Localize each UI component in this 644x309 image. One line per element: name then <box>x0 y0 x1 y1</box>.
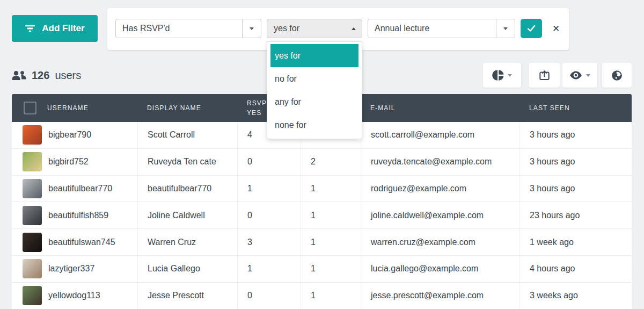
header-last-seen: LAST SEEN <box>519 94 632 122</box>
filter-operator-value: yes for <box>267 19 346 38</box>
table-row[interactable]: beautifulfish859 Joline Caldwell 0 1 jol… <box>12 202 632 229</box>
username-cell: yellowdog113 <box>12 283 137 309</box>
username-text: beautifulfish859 <box>48 211 108 220</box>
display-name-cell: beautifulbear770 <box>137 176 237 202</box>
avatar <box>23 152 42 171</box>
rsvp-yes-cell: 0 <box>237 202 301 228</box>
rsvp-yes-cell: 0 <box>237 283 301 309</box>
chart-menu-button[interactable] <box>483 63 521 88</box>
dropdown-option[interactable]: none for <box>270 113 358 136</box>
eye-icon <box>569 71 582 80</box>
display-name-cell: Joline Caldwell <box>137 202 237 228</box>
avatar <box>23 259 42 278</box>
visibility-menu-button[interactable] <box>562 63 597 88</box>
remove-filter-button[interactable]: ✕ <box>546 19 566 38</box>
rsvp-yes-cell: 0 <box>237 149 301 175</box>
avatar <box>23 179 42 198</box>
username-text: beautifulbear770 <box>48 184 112 193</box>
avatar <box>23 286 42 305</box>
dropdown-option-label: none for <box>275 120 306 130</box>
table-row[interactable]: beautifulbear770 beautifulbear770 1 1 ro… <box>12 176 632 203</box>
filter-value-value: Annual lecture <box>368 19 496 38</box>
last-seen-cell: 1 week ago <box>519 229 632 255</box>
email-text: jesse.prescott@example.com <box>371 291 484 300</box>
user-count-label: users <box>55 69 81 82</box>
email-cell: lucia.gallego@example.com <box>361 256 519 282</box>
dropdown-option[interactable]: any for <box>270 90 358 113</box>
display-name-text: Scott Carroll <box>148 130 195 140</box>
table-body: bigbear790 Scott Carroll 4 2 scott.carro… <box>12 122 632 309</box>
email-text: joline.caldwell@example.com <box>371 211 484 220</box>
display-name-text: beautifulbear770 <box>148 184 211 193</box>
last-seen-text: 23 hours ago <box>530 211 580 220</box>
table-row[interactable]: lazytiger337 Lucia Gallego 1 1 lucia.gal… <box>12 256 632 283</box>
user-count: 126 <box>32 69 49 82</box>
add-filter-label: Add Filter <box>42 23 84 34</box>
table-row[interactable]: yellowdog113 Jesse Prescott 0 1 jesse.pr… <box>12 283 632 309</box>
header-username: USERNAME <box>12 94 137 122</box>
filter-field-select[interactable]: Has RSVP'd <box>115 19 261 38</box>
header-username-label: USERNAME <box>47 104 89 112</box>
email-cell: rodriguez@example.com <box>361 176 519 202</box>
dropdown-option-label: no for <box>275 74 297 84</box>
dropdown-option[interactable]: yes for <box>270 44 358 67</box>
rsvp-yes-value: 0 <box>247 291 252 300</box>
display-name-text: Jesse Prescott <box>148 291 204 300</box>
apply-filter-button[interactable] <box>521 19 542 38</box>
export-button[interactable] <box>529 63 560 88</box>
chevron-up-icon <box>346 19 362 38</box>
username-cell: beautifulfish859 <box>12 202 137 228</box>
check-icon <box>526 24 536 33</box>
last-seen-cell: 23 hours ago <box>519 202 632 228</box>
avatar <box>23 125 42 145</box>
display-name-text: Warren Cruz <box>148 238 196 247</box>
last-seen-cell: 3 hours ago <box>519 122 632 148</box>
display-name-cell: Scott Carroll <box>137 122 237 148</box>
table-row[interactable]: beautifulswan745 Warren Cruz 3 1 warren.… <box>12 229 632 256</box>
avatar <box>23 206 42 225</box>
users-icon <box>12 70 26 81</box>
rsvp-other-value: 1 <box>311 211 316 220</box>
globe-icon <box>611 70 623 81</box>
filter-value-select[interactable]: Annual lecture <box>368 19 515 38</box>
last-seen-text: 1 week ago <box>530 238 574 247</box>
email-text: lucia.gallego@example.com <box>371 264 478 274</box>
filter-operator-select[interactable]: yes for <box>267 19 362 38</box>
email-cell: jesse.prescott@example.com <box>361 283 519 309</box>
header-last-seen-label: LAST SEEN <box>529 104 570 112</box>
last-seen-cell: 3 hours ago <box>519 149 632 175</box>
rsvp-yes-value: 0 <box>247 157 252 167</box>
last-seen-text: 4 hours ago <box>530 264 575 274</box>
username-text: bigbird752 <box>48 157 89 167</box>
globe-button[interactable] <box>602 63 632 88</box>
select-all-checkbox[interactable] <box>24 102 36 114</box>
rsvp-other-value: 1 <box>311 238 316 247</box>
rsvp-other-cell: 1 <box>301 283 361 309</box>
display-name-text: Joline Caldwell <box>148 211 205 220</box>
last-seen-cell: 4 hours ago <box>519 256 632 282</box>
last-seen-text: 3 hours ago <box>530 184 575 193</box>
email-cell: warren.cruz@example.com <box>361 229 519 255</box>
close-icon: ✕ <box>552 23 560 34</box>
chevron-down-icon <box>496 19 515 38</box>
display-name-cell: Jesse Prescott <box>137 283 237 309</box>
email-text: rodriguez@example.com <box>371 184 466 193</box>
header-display-name: DISPLAY NAME <box>137 94 237 122</box>
email-cell: joline.caldwell@example.com <box>361 202 519 228</box>
add-filter-button[interactable]: Add Filter <box>12 15 98 42</box>
rsvp-yes-cell: 1 <box>237 256 301 282</box>
header-display-name-label: DISPLAY NAME <box>147 104 201 112</box>
chevron-down-icon <box>586 74 590 77</box>
dropdown-option[interactable]: no for <box>270 67 358 90</box>
table-row[interactable]: bigbird752 Ruveyda Ten cate 0 2 ruveyda.… <box>12 149 632 176</box>
export-icon <box>539 70 550 81</box>
rsvp-yes-value: 3 <box>247 238 252 247</box>
rsvp-other-value: 1 <box>311 264 316 274</box>
email-text: warren.cruz@example.com <box>371 238 475 247</box>
rsvp-yes-cell: 1 <box>237 176 301 202</box>
username-cell: bigbird752 <box>12 149 137 175</box>
display-name-cell: Warren Cruz <box>137 229 237 255</box>
display-name-text: Ruveyda Ten cate <box>148 157 216 167</box>
rsvp-other-value: 2 <box>311 157 316 167</box>
email-text: scott.carroll@example.com <box>371 130 474 140</box>
